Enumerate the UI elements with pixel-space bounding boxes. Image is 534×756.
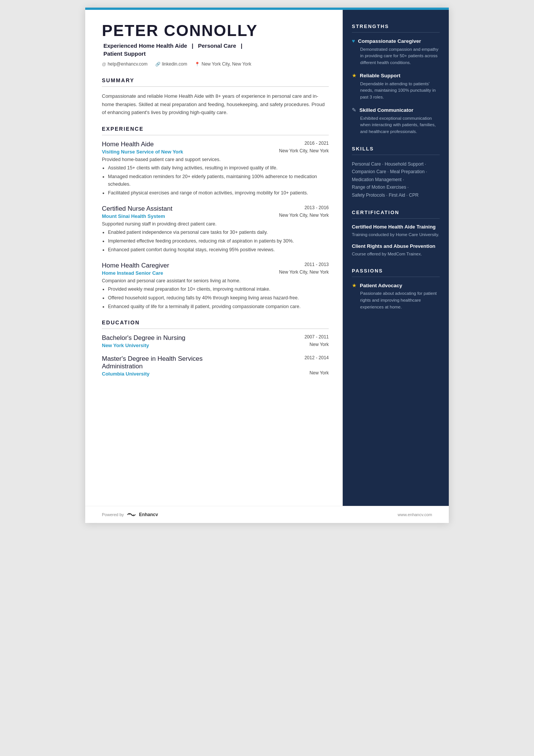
education-title: EDUCATION [102,319,329,326]
strength-header-2: ★ Reliable Support [352,72,440,79]
passion-star-icon: ★ [352,282,357,289]
experience-divider [102,135,329,135]
summary-section: SUMMARY Compassionate and reliable Home … [102,77,329,116]
strength-desc-3: Exhibited exceptional communication when… [360,115,440,135]
cert-title-2: Client Rights and Abuse Prevention [352,243,440,250]
cert-item-2: Client Rights and Abuse Prevention Cours… [352,243,440,257]
exp-location-3: New York City, New York [279,269,329,275]
strength-header-1: ♥ Compassionate Caregiver [352,38,440,45]
passions-section: PASSIONS ★ Patient Advocacy Passionate a… [352,268,440,310]
passion-header-1: ★ Patient Advocacy [352,282,440,289]
strength-desc-1: Demonstrated compassion and empathy in p… [360,46,440,66]
edu-entry-1: Bachelor's Degree in Nursing 2007 - 2011… [102,334,329,348]
edu-school-2: Columbia University [102,371,150,377]
summary-text: Compassionate and reliable Home Health A… [102,92,329,116]
exp-date-3: 2011 - 2013 [304,262,329,267]
exp-location-2: New York City, New York [279,213,329,218]
edu-location-1: New York [309,342,329,347]
skill-line-2: Companion Care · Meal Preparation · [352,169,427,174]
candidate-name: PETER CONNOLLY [102,22,329,39]
powered-by-text: Powered by [102,512,124,517]
linkedin-text: linkedin.com [162,61,187,67]
contact-email: @ help@enhancv.com [102,61,148,67]
exp-company-3: Home Instead Senior Care [102,270,163,276]
strength-header-3: ✎ Skilled Communicator [352,107,440,114]
cert-desc-2: Course offered by MedCom Trainex. [352,251,440,257]
tagline-separator-2: | [241,42,242,49]
edu-header-2: Master's Degree in Health Services Admin… [102,355,329,370]
exp-bullet-3-3: Enhanced quality of life for a terminall… [108,303,329,310]
edu-header-1: Bachelor's Degree in Nursing 2007 - 2011 [102,334,329,342]
left-column: PETER CONNOLLY Experienced Home Health A… [85,10,343,506]
exp-sub-1: Visiting Nurse Service of New York New Y… [102,148,329,155]
strength-item-1: ♥ Compassionate Caregiver Demonstrated c… [352,38,440,66]
education-section: EDUCATION Bachelor's Degree in Nursing 2… [102,319,329,377]
right-column: STRENGTHS ♥ Compassionate Caregiver Demo… [343,10,449,506]
footer-left: Powered by Enhancv [102,512,158,518]
exp-title-1: Home Health Aide [102,141,154,148]
strengths-section: STRENGTHS ♥ Compassionate Caregiver Demo… [352,23,440,135]
exp-title-2: Certified Nurse Assistant [102,205,172,213]
cert-desc-1: Training conducted by Home Care Universi… [352,232,440,238]
exp-bullet-2-1: Enabled patient independence via persona… [108,229,329,236]
edu-sub-2: Columbia University New York [102,370,329,377]
footer-website: www.enhancv.com [398,512,432,517]
exp-desc-2: Supported nursing staff in providing dir… [102,221,329,227]
exp-desc-1: Provided home-based patient care and sup… [102,157,329,162]
edu-location-2: New York [309,370,329,376]
strength-title-1: Compassionate Caregiver [358,38,421,45]
passion-title-1: Patient Advocacy [360,283,402,288]
communicator-icon: ✎ [352,107,356,113]
tagline-part-1: Experienced Home Health Aide [103,42,187,49]
experience-title: EXPERIENCE [102,126,329,132]
exp-bullet-3-2: Offered household support, reducing fall… [108,294,329,302]
exp-entry-3: Home Health Caregiver 2011 - 2013 Home I… [102,262,329,310]
passions-title: PASSIONS [352,268,440,274]
edu-degree-2: Master's Degree in Health Services Admin… [102,355,238,370]
exp-bullets-2: Enabled patient independence via persona… [102,229,329,254]
exp-bullet-2-3: Enhanced patient comfort during hospital… [108,246,329,254]
tagline-part-2: Personal Care [198,42,236,49]
tagline-part-3: Patient Support [103,50,146,57]
edu-date-2: 2012 - 2014 [304,355,329,360]
exp-desc-3: Companion and personal care assistant fo… [102,278,329,283]
exp-date-1: 2016 - 2021 [304,141,329,146]
location-icon: 📍 [195,62,200,67]
exp-header-1: Home Health Aide 2016 - 2021 [102,141,329,148]
cert-item-1: Certified Home Health Aide Training Trai… [352,224,440,238]
star-icon: ★ [352,72,357,79]
exp-bullet-1-2: Managed medication reminders for 20+ eld… [108,173,329,188]
email-icon: @ [102,62,106,66]
tagline: Experienced Home Health Aide | Personal … [102,42,329,58]
location-text: New York City, New York [201,61,251,67]
exp-title-3: Home Health Caregiver [102,262,169,269]
exp-header-2: Certified Nurse Assistant 2013 - 2016 [102,205,329,213]
skill-line-1: Personal Care · Household Support · [352,161,426,167]
exp-company-2: Mount Sinai Health System [102,213,165,219]
strength-title-2: Reliable Support [360,72,400,79]
exp-bullet-3-1: Provided weekly meal preparation for 10+… [108,285,329,293]
exp-bullets-3: Provided weekly meal preparation for 10+… [102,285,329,310]
exp-bullet-1-3: Facilitated physical exercises and range… [108,189,329,197]
exp-company-1: Visiting Nurse Service of New York [102,149,183,155]
skills-title: SKILLS [352,146,440,152]
passions-divider [352,277,440,277]
exp-entry-1: Home Health Aide 2016 - 2021 Visiting Nu… [102,141,329,197]
skill-line-4: Range of Motion Exercises · [352,185,409,190]
exp-sub-3: Home Instead Senior Care New York City, … [102,269,329,276]
passion-item-1: ★ Patient Advocacy Passionate about advo… [352,282,440,310]
skill-line-3: Medication Management · [352,177,404,182]
footer: Powered by Enhancv www.enhancv.com [85,506,449,523]
skill-line-5: Safety Protocols · First Aid · CPR [352,193,418,198]
strengths-divider [352,32,440,33]
strength-title-3: Skilled Communicator [359,107,414,114]
edu-entry-2: Master's Degree in Health Services Admin… [102,355,329,377]
skills-text: Personal Care · Household Support · Comp… [352,160,440,199]
edu-sub-1: New York University New York [102,342,329,348]
email-text: help@enhancv.com [108,61,147,67]
certification-title: CERTIFICATION [352,210,440,215]
exp-location-1: New York City, New York [279,148,329,153]
contact-linkedin: 🔗 linkedin.com [155,61,187,67]
heart-icon: ♥ [352,38,355,44]
tagline-separator-1: | [192,42,195,49]
